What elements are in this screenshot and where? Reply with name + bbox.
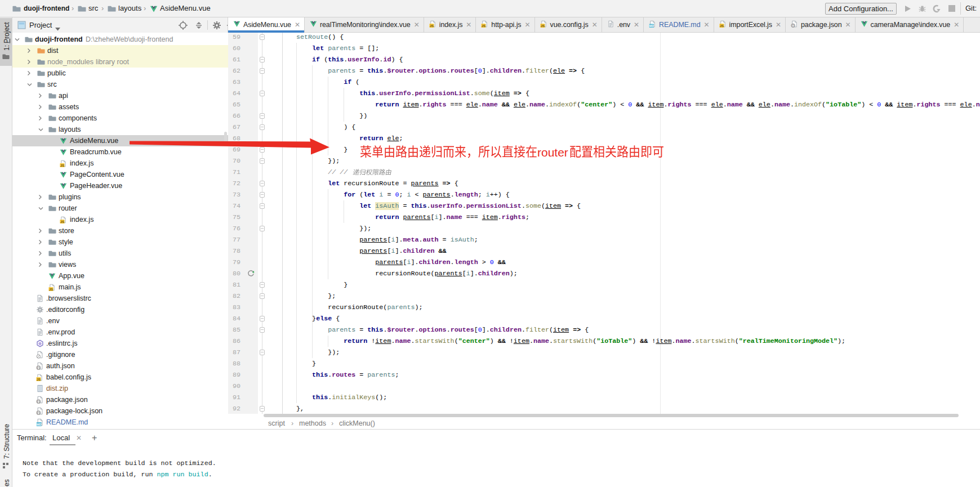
svg-text:{}: {} (791, 24, 795, 28)
svg-text:JS: JS (60, 164, 64, 167)
svg-text:MD: MD (37, 423, 42, 426)
svg-text:JS: JS (482, 24, 485, 28)
svg-text:JS: JS (49, 288, 53, 291)
svg-text:JS: JS (720, 24, 724, 28)
svg-text:MD: MD (649, 24, 654, 28)
svg-text:JS: JS (60, 220, 64, 224)
svg-text:{}: {} (37, 411, 41, 415)
svg-text:JS: JS (541, 24, 545, 28)
svg-text:{}: {} (37, 400, 41, 404)
svg-text:{}: {} (37, 366, 41, 370)
svg-text:JS: JS (430, 24, 434, 28)
svg-text:router: router (537, 146, 568, 159)
svg-text:JS: JS (37, 378, 41, 381)
